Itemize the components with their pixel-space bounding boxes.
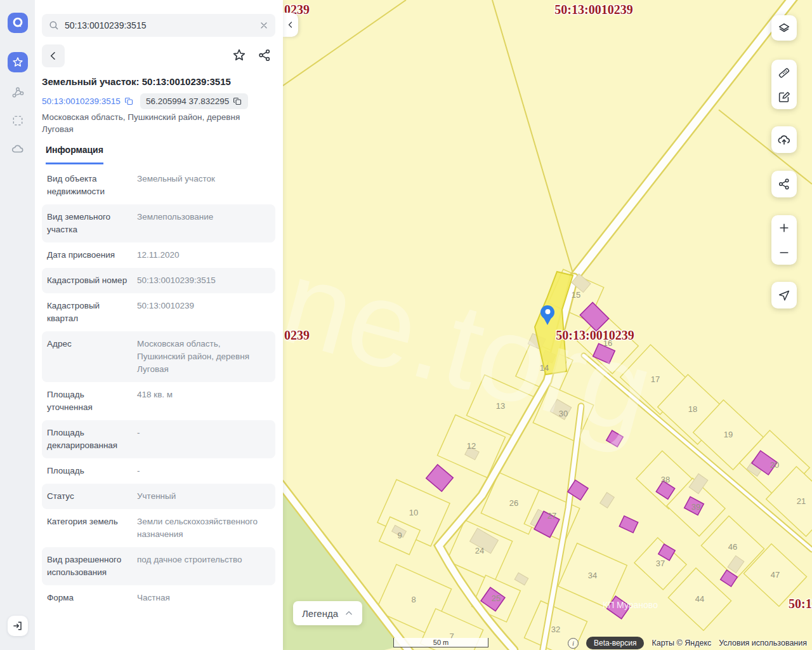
info-row-label: Форма собственности xyxy=(47,592,128,607)
plus-icon xyxy=(778,222,790,234)
info-row-value: Земли сельскохозяйственного назначения xyxy=(137,515,270,541)
copy-icon[interactable] xyxy=(233,96,242,106)
search-input[interactable] xyxy=(60,20,259,30)
info-row-value: 50:13:0010239 xyxy=(137,300,270,325)
info-row-value: 12.11.2020 xyxy=(137,249,270,262)
map-share-button[interactable] xyxy=(771,171,797,197)
edit-button[interactable] xyxy=(771,85,797,109)
info-table-row: СтатусУчтенный xyxy=(42,484,275,509)
object-address: Московская область, Пушкинский район, де… xyxy=(42,111,258,135)
info-row-label: Кадастровый номер xyxy=(47,274,128,287)
measure-edit-group xyxy=(771,60,797,109)
parcel-label-26: 26 xyxy=(509,498,518,508)
info-row-value: Земельный участок xyxy=(137,173,270,198)
chips-row: 50:13:0010239:3515 56.205994 37.832295 xyxy=(42,93,248,109)
panel-collapse-button[interactable] xyxy=(283,13,298,37)
info-table-row: Вид объекта недвижимостиЗемельный участо… xyxy=(42,166,275,204)
area-select-icon xyxy=(11,114,24,127)
cadastral-quarter-label: 0239 xyxy=(284,328,310,342)
info-table-row: Площадь уточненная418 кв. м xyxy=(42,382,275,420)
share-icon xyxy=(258,48,272,62)
info-row-label: Площадь декларированная xyxy=(47,427,128,452)
exit-icon xyxy=(11,620,24,632)
parcel-label-25: 25 xyxy=(492,594,501,603)
polygon-nodes-icon xyxy=(11,86,25,100)
parcel-label-32: 32 xyxy=(551,625,560,634)
locate-button[interactable] xyxy=(771,282,797,308)
parcel-label-10: 10 xyxy=(409,508,418,517)
sidebar-item-polygon[interactable] xyxy=(8,83,28,103)
info-row-value: - xyxy=(137,427,270,452)
parcel-label-37: 37 xyxy=(656,559,665,568)
zoom-in-button[interactable] xyxy=(771,216,797,240)
info-table: Вид объекта недвижимостиЗемельный участо… xyxy=(42,166,275,607)
share-nodes-icon xyxy=(777,177,791,191)
parcel-label-9: 9 xyxy=(397,531,402,540)
parcel-label-19: 19 xyxy=(724,430,733,439)
info-table-row: Кадастровый квартал50:13:0010239 xyxy=(42,293,275,331)
coordinates-chip[interactable]: 56.205994 37.832295 xyxy=(140,93,248,109)
cloud-icon xyxy=(10,142,25,157)
star-icon xyxy=(232,48,247,63)
ruler-button[interactable] xyxy=(771,60,797,84)
navigation-arrow-icon xyxy=(777,288,791,302)
info-table-row: Дата присвоения12.11.2020 xyxy=(42,242,275,268)
app-logo-a-icon xyxy=(11,16,25,30)
upload-button[interactable] xyxy=(771,126,797,153)
zoom-out-button[interactable] xyxy=(771,241,797,265)
info-table-row: Вид разрешенного использованияпод дачное… xyxy=(42,547,275,585)
share-button[interactable] xyxy=(254,44,275,66)
chevron-left-icon xyxy=(48,51,58,61)
page-title: Земельный участок: 50:13:0010239:3515 xyxy=(42,76,277,87)
info-table-row: Вид земельного участкаЗемлепользование xyxy=(42,204,275,242)
info-row-label: Вид объекта недвижимости xyxy=(47,173,128,198)
parcel-label-8: 8 xyxy=(411,595,416,604)
exit-button[interactable] xyxy=(8,616,28,636)
map-scale-bar: 50 m xyxy=(393,638,488,647)
cadastral-number-chip[interactable]: 50:13:0010239:3515 xyxy=(42,96,134,106)
info-table-row: Площадь декларированная- xyxy=(42,420,275,458)
legend-button[interactable]: Легенда xyxy=(293,601,362,625)
settlement-label: КП Мураново xyxy=(603,600,658,610)
sidebar-item-area-select[interactable] xyxy=(8,110,28,131)
ruler-icon xyxy=(777,65,791,79)
info-table-row: Площадь- xyxy=(42,458,275,484)
terms-link[interactable]: Условия использования xyxy=(719,639,807,647)
chevron-up-icon xyxy=(344,609,353,618)
icon-rail xyxy=(0,0,35,650)
sidebar-item-cloud[interactable] xyxy=(8,139,28,159)
back-button[interactable] xyxy=(42,44,65,67)
info-row-label: Вид разрешенного использования xyxy=(47,554,128,579)
favorite-button[interactable] xyxy=(228,44,250,66)
chevron-left-icon xyxy=(287,21,294,29)
layers-button[interactable] xyxy=(771,15,797,41)
tab-information[interactable]: Информация xyxy=(46,145,103,164)
info-row-label: Кадастровый квартал xyxy=(47,300,128,325)
info-row-label: Дата присвоения xyxy=(47,249,128,262)
info-table-row: Кадастровый номер50:13:0010239:3515 xyxy=(42,268,275,293)
cloud-upload-icon xyxy=(776,132,792,147)
map-canvas[interactable]: ne.torg 15141312109873026272434322516171… xyxy=(283,0,812,650)
info-row-label: Статус xyxy=(47,490,128,503)
sidebar-item-favorites[interactable] xyxy=(8,52,28,72)
parcel-label-34: 34 xyxy=(588,571,597,580)
copy-icon[interactable] xyxy=(124,96,134,106)
info-icon[interactable]: i xyxy=(568,638,579,649)
info-table-row: АдресМосковская область, Пушкинский райо… xyxy=(42,331,275,382)
search-bar xyxy=(42,14,275,37)
parcel-label-24: 24 xyxy=(475,546,484,555)
cadastral-quarter-label: 50:13:0010239 xyxy=(554,3,632,17)
app-logo[interactable] xyxy=(8,13,28,33)
parcel-label-12: 12 xyxy=(467,441,476,451)
info-row-label: Вид земельного участка xyxy=(47,211,128,236)
info-row-value: Частная xyxy=(137,592,270,607)
info-row-value: - xyxy=(137,465,270,477)
info-row-label: Площадь уточненная xyxy=(47,388,128,414)
cadastral-quarter-label: 50:13:0010239 xyxy=(556,328,634,342)
parcel-label-39: 39 xyxy=(691,502,700,512)
info-table-row: Категория земельЗемли сельскохозяйственн… xyxy=(42,509,275,547)
close-icon[interactable] xyxy=(259,20,269,30)
info-row-label: Категория земель xyxy=(47,515,128,541)
parcel-label-47: 47 xyxy=(771,570,780,580)
edit-icon xyxy=(777,90,791,104)
